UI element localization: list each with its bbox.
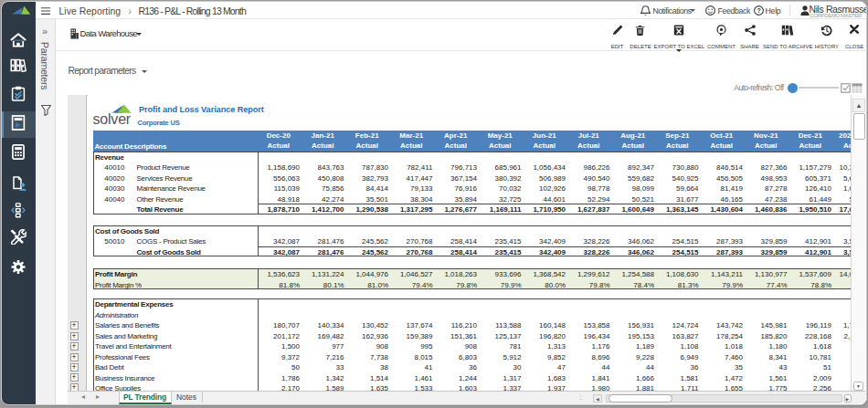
- svg-text:?: ?: [757, 6, 761, 15]
